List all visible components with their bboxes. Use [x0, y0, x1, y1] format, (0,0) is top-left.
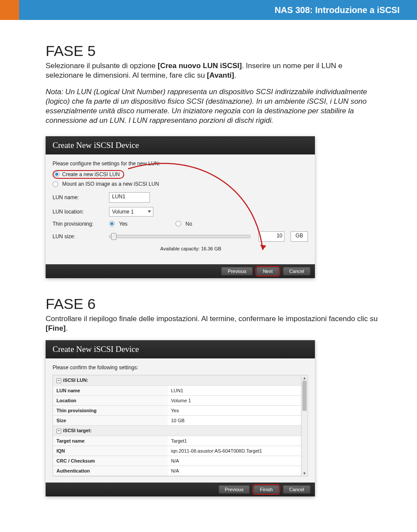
- table-row: AuthenticationN/A: [53, 466, 308, 476]
- scroll-down-icon[interactable]: ▼: [302, 471, 307, 476]
- radio-create-lun-highlight: Create a new iSCSI LUN: [53, 170, 124, 179]
- table-row: Thin provisioningYes: [53, 406, 308, 416]
- finish-button[interactable]: Finish: [253, 485, 279, 494]
- page-footer: ASUSTOR COLLEGE / 7: [0, 522, 417, 532]
- dialog-title: Create New iSCSI Device: [46, 136, 315, 154]
- group-iscsi-lun: −iSCSI LUN:: [53, 375, 308, 386]
- dialog2-intro: Please confirm the following settings:: [53, 365, 308, 371]
- cancel-button[interactable]: Cancel: [283, 485, 311, 494]
- lun-name-label: LUN name:: [53, 194, 105, 200]
- table-row: CRC / ChecksumN/A: [53, 456, 308, 466]
- scrollbar[interactable]: ▲ ▼: [301, 375, 308, 476]
- scrollbar-thumb[interactable]: [302, 381, 307, 411]
- group-iscsi-target: −iSCSI target:: [53, 426, 308, 436]
- available-capacity: Available capacity: 16.36 GB: [160, 246, 308, 251]
- dialog2-title: Create New iSCSI Device: [46, 340, 315, 358]
- fase5-paragraph: Selezionare il pulsante di opzione [Crea…: [46, 61, 380, 80]
- page-header: NAS 308: Introduzione a iSCSI: [0, 0, 417, 20]
- lun-size-input[interactable]: 10: [258, 231, 285, 242]
- radio-thin-no[interactable]: [175, 221, 181, 227]
- table-row: LUN nameLUN1: [53, 386, 308, 396]
- fase6-paragraph: Controllare il riepilogo finale delle im…: [46, 314, 380, 333]
- summary-table-wrap: −iSCSI LUN: LUN nameLUN1 LocationVolume …: [53, 375, 308, 476]
- orange-accent: [0, 0, 19, 20]
- scroll-up-icon[interactable]: ▲: [302, 376, 307, 380]
- radio-thin-yes[interactable]: [109, 221, 115, 227]
- thin-prov-label: Thin provisioning:: [53, 221, 105, 227]
- cancel-button[interactable]: Cancel: [283, 267, 311, 276]
- lun-size-unit: GB: [291, 231, 308, 242]
- table-row: IQNiqn.2011-08.asustor:AS-604T008D.Targe…: [53, 446, 308, 456]
- previous-button[interactable]: Previous: [221, 267, 253, 276]
- collapse-icon[interactable]: −: [56, 429, 61, 433]
- fase6-heading: FASE 6: [46, 296, 380, 312]
- table-row: Target nameTarget1: [53, 436, 308, 446]
- radio-create-lun[interactable]: [54, 171, 60, 177]
- header-title: NAS 308: Introduzione a iSCSI: [275, 5, 400, 15]
- confirm-dialog: Create New iSCSI Device Please confirm t…: [46, 340, 315, 496]
- fase5-heading: FASE 5: [46, 43, 380, 59]
- radio-mount-iso-label: Mount an ISO image as a new iSCSI LUN: [62, 181, 159, 187]
- create-lun-dialog: Create New iSCSI Device Please configure…: [46, 136, 315, 278]
- next-button[interactable]: Next: [256, 267, 279, 276]
- fase5-note: Nota: Un LUN (Logical Unit Number) rappr…: [46, 87, 380, 125]
- lun-size-label: LUN size:: [53, 233, 105, 240]
- radio-create-lun-label: Create a new iSCSI LUN: [62, 171, 120, 177]
- table-row: LocationVolume 1: [53, 396, 308, 406]
- table-row: Size10 GB: [53, 416, 308, 426]
- lun-location-select[interactable]: Volume 1: [109, 207, 153, 217]
- dialog-intro: Please configure the settings for the ne…: [53, 161, 308, 167]
- thin-no-label: No: [185, 221, 192, 227]
- lun-size-slider[interactable]: [109, 232, 251, 241]
- summary-table: −iSCSI LUN: LUN nameLUN1 LocationVolume …: [53, 375, 308, 476]
- previous-button[interactable]: Previous: [218, 485, 250, 494]
- lun-location-label: LUN location:: [53, 209, 105, 215]
- lun-name-input[interactable]: LUN1: [109, 192, 150, 203]
- radio-mount-iso[interactable]: [53, 181, 58, 187]
- chevron-down-icon: [148, 210, 151, 213]
- collapse-icon[interactable]: −: [56, 378, 61, 383]
- thin-yes-label: Yes: [119, 221, 171, 227]
